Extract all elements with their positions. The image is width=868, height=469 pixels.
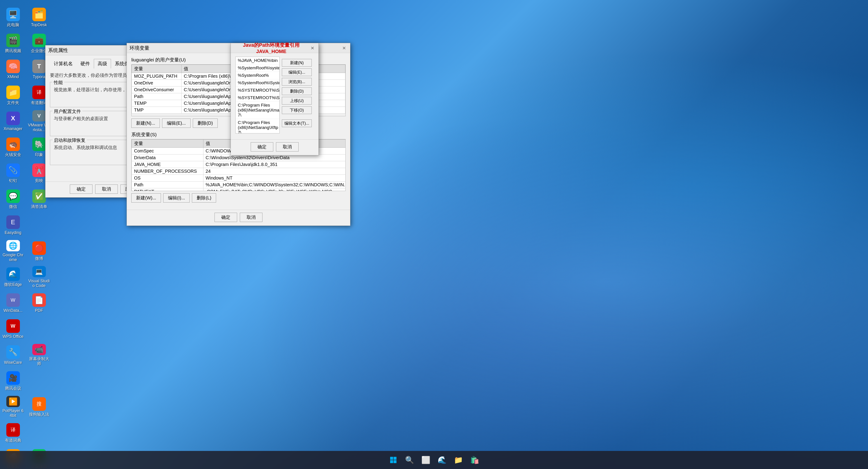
taskbar-explorer-button[interactable]: 📁: [451, 453, 466, 467]
desktop-icon-easyding[interactable]: E Easyding: [0, 212, 26, 238]
sys-vars-edit-button[interactable]: 编辑(I)...: [163, 193, 190, 203]
edit-env-delete-button[interactable]: 删除(D): [282, 88, 312, 95]
desktop-icon-chrome[interactable]: 🌐 Google Chrome: [0, 238, 26, 264]
edit-env-edit-text-button[interactable]: 编辑文本(T)...: [282, 120, 312, 127]
icon-row-5: X Xmanager V VMware Worksta...: [0, 108, 52, 134]
topdesk-label: TopDesk: [31, 23, 47, 28]
desktop-icon-xmind[interactable]: 🧠 XMind: [0, 57, 26, 82]
sys-vars-delete-button[interactable]: 删除(L): [192, 193, 216, 203]
desktop-icon-huorong[interactable]: 🦔 火绒安全: [0, 134, 26, 160]
wisecare-label: WiseCare: [4, 360, 22, 365]
user-vars-new-button[interactable]: 新建(N)...: [131, 119, 160, 128]
wechat-icon: 💬: [6, 190, 20, 203]
user-var-cell: TEMP: [132, 100, 182, 107]
desktop-icon-computer[interactable]: 🖥️ 此电脑: [0, 4, 26, 31]
taskbar-edge-button[interactable]: 🌊: [435, 453, 450, 467]
list-item[interactable]: C:\Program Files (x86)\NetSarang\Xmanage…: [236, 102, 279, 119]
sys-var-cell: OS: [132, 175, 204, 181]
icon-row-13: W WPS Office: [0, 316, 52, 342]
jianying-label: 剪映: [35, 178, 43, 183]
table-row[interactable]: DriverDataC:\Windows\System32\Drivers\Dr…: [132, 155, 346, 161]
env-vars-close-button[interactable]: ✕: [341, 45, 347, 52]
list-item[interactable]: %SYSTEMROOT%\System32\WindowsPowerShell\…: [236, 87, 279, 94]
user-vars-delete-button[interactable]: 删除(D): [193, 119, 218, 128]
list-item[interactable]: %SYSTEMROOT%\System32\OpenSSH\: [236, 94, 279, 102]
taskbar-store-button[interactable]: 🛍️: [467, 453, 482, 467]
env-vars-cancel-button[interactable]: 取消: [240, 213, 262, 222]
desktop-icon-sougou[interactable]: 搜 搜狗输入法: [26, 394, 52, 420]
desktop-icon-windata[interactable]: W WinData...: [0, 290, 26, 316]
desktop-icon-xmanager[interactable]: X Xmanager: [0, 108, 26, 134]
edit-env-down-button[interactable]: 下移(O): [282, 106, 312, 114]
desktop-icon-tencent-meeting[interactable]: 🎥 腾讯会议: [0, 368, 26, 394]
user-var-cell: OneDrive: [132, 80, 182, 87]
edit-env-new-button[interactable]: 新建(N): [282, 59, 312, 67]
list-item[interactable]: %JAVA_HOME%\bin: [236, 57, 279, 64]
desktop-icon-folder[interactable]: 📁 文件夹: [0, 82, 26, 108]
env-list-container[interactable]: %JAVA_HOME%\bin%SystemRoot%\system32%Sys…: [235, 57, 280, 133]
sys-var-cell: ComSpec: [132, 148, 204, 155]
pdf-label: PDF: [35, 308, 43, 313]
table-row[interactable]: OSWindows_NT: [132, 175, 346, 181]
edit-env-close-button[interactable]: ✕: [309, 45, 316, 52]
desktop-icon-topdesk[interactable]: 🗂️ TopDesk: [26, 4, 52, 31]
windata-label: WinData...: [3, 308, 22, 313]
chrome-icon: 🌐: [6, 240, 20, 251]
startup-label: 启动和故障恢复: [53, 137, 87, 143]
table-row[interactable]: PATHEXT.COM;.EXE;.BAT;.CMD;.VBS;.VBE;.JS…: [132, 188, 346, 191]
sys-val-cell: 24: [203, 168, 346, 175]
list-item[interactable]: %SystemRoot%\System32\Wbem: [236, 79, 279, 87]
icon-row-8: 💬 微信 ✅ 滴答清单: [0, 186, 52, 212]
edit-env-ok-button[interactable]: 确定: [251, 142, 273, 152]
tab-computer-name[interactable]: 计算机名: [50, 59, 76, 69]
tab-hardware[interactable]: 硬件: [76, 59, 94, 69]
desktop-icon-wechat[interactable]: 💬 微信: [0, 186, 26, 212]
desktop-icon-pdf[interactable]: 📄 PDF: [26, 290, 52, 316]
list-item[interactable]: %SystemRoot%\system32: [236, 64, 279, 72]
desktop-icon-wisecare[interactable]: 🔧 WiseCare: [0, 342, 26, 368]
system-props-title: 系统属性: [48, 47, 68, 54]
potplayer-label: PotPlayer 64bit: [2, 408, 24, 418]
edit-env-browse-button[interactable]: 浏览(B)...: [282, 78, 312, 86]
table-row[interactable]: JAVA_HOMEC:\Program Files\Java\jdk1.8.0_…: [132, 161, 346, 168]
edit-env-edit-button[interactable]: 编辑(E)...: [282, 68, 312, 76]
tab-advanced[interactable]: 高级: [94, 59, 111, 69]
sys-val-cell: .COM;.EXE;.BAT;.CMD;.VBS;.VBE;.JS;.JSE;.…: [203, 188, 346, 191]
taskbar-start-button[interactable]: [386, 453, 401, 467]
desktop-icon-potplayer[interactable]: ▶️ PotPlayer 64bit: [0, 394, 26, 420]
icon-row-1: 🖥️ 此电脑 🗂️ TopDesk: [0, 4, 52, 31]
xmanager-label: Xmanager: [4, 127, 22, 131]
sys-props-cancel-button[interactable]: 取消: [95, 185, 118, 194]
desktop-icon-vscode[interactable]: 💻 Visual Studio Code: [26, 264, 52, 290]
edit-env-up-button[interactable]: 上移(U): [282, 97, 312, 105]
youdao-dict-label: 有道词典: [5, 438, 21, 443]
table-row[interactable]: Path%JAVA_HOME%\bin;C:\WINDOWS\system32;…: [132, 181, 346, 188]
list-item[interactable]: C:\Program Files (x86)\NetSarang\Xftp 7\: [236, 119, 279, 133]
edit-env-body: %JAVA_HOME%\bin%SystemRoot%\system32%Sys…: [235, 57, 314, 136]
sys-props-ok-button[interactable]: 确定: [70, 185, 92, 194]
sys-vars-new-button[interactable]: 新建(W)...: [131, 193, 161, 203]
user-vars-edit-button[interactable]: 编辑(E)...: [162, 119, 190, 128]
taskbar-search-button[interactable]: 🔍: [402, 453, 417, 467]
table-row[interactable]: NUMBER_OF_PROCESSORS24: [132, 168, 346, 175]
env-vars-ok-button[interactable]: 确定: [215, 213, 237, 222]
screen-recorder-label: 屏幕录制大师: [28, 357, 51, 366]
taskbar-taskview-button[interactable]: ⬜: [418, 453, 433, 467]
desktop-icon-youdao-dict[interactable]: 译 有道词典: [0, 420, 26, 446]
computer-label: 此电脑: [7, 23, 19, 28]
desktop-icon-edge[interactable]: 🌊 微软Edge: [0, 264, 26, 290]
desktop-icon-wps[interactable]: W WPS Office: [0, 316, 26, 342]
desktop-icon-screen-recorder[interactable]: 📹 屏幕录制大师: [26, 342, 52, 368]
icon-row-10: 🌐 Google Chrome 🔴 微博: [0, 238, 52, 264]
desktop-icons-area: 🖥️ 此电脑 🗂️ TopDesk 🎬 腾讯视频 💼 企业微信 🧠 XMind …: [0, 4, 52, 469]
edit-env-cancel-button[interactable]: 取消: [276, 142, 299, 152]
sys-var-cell: Path: [132, 181, 204, 188]
desktop-icon-dingtalk[interactable]: 📎 钉钉: [0, 160, 26, 186]
edit-env-dialog: Java的Path环境变量引用JAVA_HOME ✕ %JAVA_HOME%\b…: [230, 43, 319, 155]
desktop-icon-weibo[interactable]: 🔴 微博: [26, 238, 52, 264]
potplayer-icon: ▶️: [6, 396, 20, 407]
user-var-col-header: 变量: [132, 65, 182, 73]
enterprise-wechat-icon: 💼: [32, 34, 46, 47]
list-item[interactable]: %SystemRoot%: [236, 72, 279, 79]
desktop-icon-tencent-video[interactable]: 🎬 腾讯视频: [0, 31, 26, 57]
